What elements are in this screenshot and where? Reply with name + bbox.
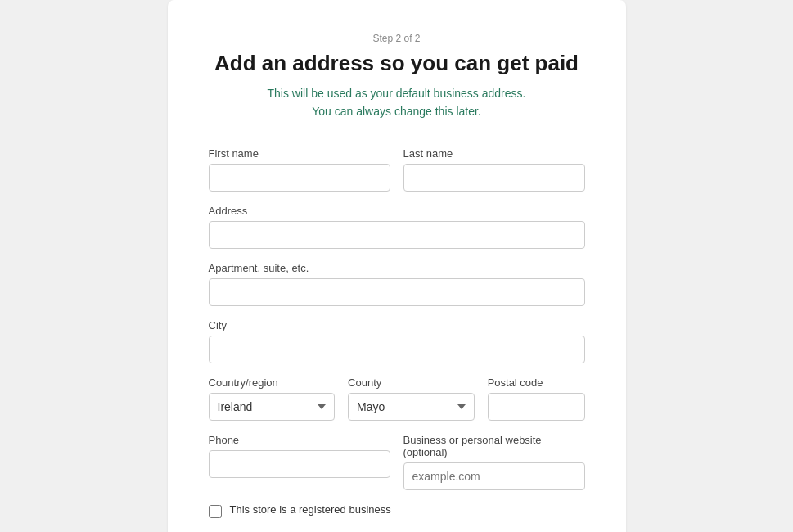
first-name-label: First name xyxy=(209,147,390,160)
apartment-row: Apartment, suite, etc. xyxy=(209,262,585,306)
location-row: Country/region Ireland United Kingdom Un… xyxy=(209,376,585,421)
postal-group: Postal code xyxy=(488,376,585,421)
website-group: Business or personal website (optional) xyxy=(403,434,585,490)
subtitle-line2: You can always change this later. xyxy=(312,105,481,118)
website-label: Business or personal website (optional) xyxy=(403,434,585,458)
city-group: City xyxy=(209,319,585,363)
page-title: Add an address so you can get paid xyxy=(209,51,585,76)
first-name-input[interactable] xyxy=(209,164,390,192)
contact-row: Phone Business or personal website (opti… xyxy=(209,434,585,490)
website-input[interactable] xyxy=(403,462,585,490)
subtitle: This will be used as your default busine… xyxy=(209,84,585,121)
address-row: Address xyxy=(209,205,585,249)
county-label: County xyxy=(348,376,475,389)
first-name-group: First name xyxy=(209,147,390,192)
address-input[interactable] xyxy=(209,221,585,249)
last-name-input[interactable] xyxy=(403,164,585,192)
last-name-label: Last name xyxy=(403,147,585,160)
phone-label: Phone xyxy=(209,434,390,446)
form-section: First name Last name Address Apartment, … xyxy=(209,147,585,532)
name-row: First name Last name xyxy=(209,147,585,192)
county-select[interactable]: Mayo Dublin Cork Galway Limerick Waterfo… xyxy=(348,393,475,421)
postal-label: Postal code xyxy=(488,376,585,389)
subtitle-line1: This will be used as your default busine… xyxy=(268,87,526,100)
county-group: County Mayo Dublin Cork Galway Limerick … xyxy=(348,376,475,421)
city-label: City xyxy=(209,319,585,331)
step-label: Step 2 of 2 xyxy=(209,33,585,44)
address-group: Address xyxy=(209,205,585,249)
phone-group: Phone xyxy=(209,434,390,490)
country-group: Country/region Ireland United Kingdom Un… xyxy=(209,376,336,421)
main-card: Step 2 of 2 Add an address so you can ge… xyxy=(168,0,626,532)
registered-business-row: This store is a registered business xyxy=(209,503,585,520)
city-row: City xyxy=(209,319,585,363)
apartment-group: Apartment, suite, etc. xyxy=(209,262,585,306)
registered-business-label: This store is a registered business xyxy=(230,503,391,516)
last-name-group: Last name xyxy=(403,147,585,192)
country-label: Country/region xyxy=(209,376,336,389)
address-label: Address xyxy=(209,205,585,217)
phone-input[interactable] xyxy=(209,450,390,478)
country-select[interactable]: Ireland United Kingdom United States Can… xyxy=(209,393,336,421)
city-input[interactable] xyxy=(209,336,585,363)
apartment-input[interactable] xyxy=(209,278,585,306)
registered-business-checkbox[interactable] xyxy=(209,505,222,518)
postal-input[interactable] xyxy=(488,393,585,421)
apartment-label: Apartment, suite, etc. xyxy=(209,262,585,274)
